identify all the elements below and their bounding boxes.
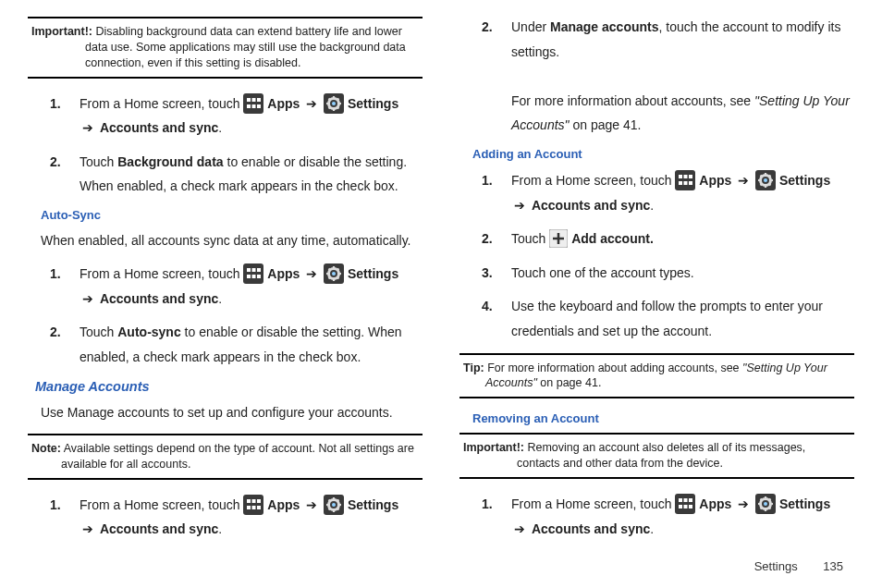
text: Touch one of the account types. <box>511 261 854 286</box>
manage-accounts-steps: 1. From a Home screen, touch Apps ➔ Sett… <box>50 493 423 542</box>
important-text: Removing an account also deletes all of … <box>517 441 805 470</box>
auto-sync-heading: Auto-Sync <box>41 208 423 222</box>
left-column: Important!: Disabling background data ca… <box>28 9 423 551</box>
text: From a Home screen, touch <box>80 96 243 111</box>
text: Under <box>511 19 550 34</box>
apps-label: Apps <box>699 496 731 511</box>
text: . <box>218 521 222 536</box>
manage-accounts-paragraph: Use Manage accounts to set up and config… <box>41 401 423 424</box>
accounts-sync-label: Accounts and sync <box>100 120 218 135</box>
plus-icon <box>549 229 568 248</box>
settings-icon <box>755 494 776 514</box>
step-number: 2. <box>482 15 511 138</box>
step-number: 1. <box>482 168 511 217</box>
important-label: Important!: <box>463 441 524 454</box>
removing-account-steps: 1. From a Home screen, touch Apps ➔ Sett… <box>482 492 854 541</box>
arrow-icon: ➔ <box>80 521 96 536</box>
accounts-sync-label: Accounts and sync <box>532 198 650 213</box>
list-item: 2. Touch Background data to enable or di… <box>50 150 423 199</box>
text: Touch <box>511 231 549 246</box>
background-data-steps: 1. From a Home screen, touch Apps ➔ Sett… <box>50 92 423 199</box>
manage-accounts-steps-cont: 2. Under Manage accounts, touch the acco… <box>482 15 854 138</box>
text: Touch <box>80 325 117 339</box>
text: Touch <box>80 154 117 169</box>
step-number: 4. <box>482 294 511 343</box>
apps-icon <box>243 93 263 114</box>
note-box: Note: Available settings depend on the t… <box>28 434 423 480</box>
settings-icon <box>324 495 344 515</box>
apps-icon <box>243 263 263 284</box>
step-number: 1. <box>50 262 80 311</box>
arrow-icon: ➔ <box>303 266 320 281</box>
tip-box: Tip: For more information about adding a… <box>459 353 854 399</box>
apps-icon <box>243 495 263 515</box>
footer-section: Settings <box>754 559 798 573</box>
tip-label: Tip: <box>463 361 484 374</box>
add-account-label: Add account. <box>571 231 654 246</box>
apps-label: Apps <box>267 497 300 512</box>
arrow-icon: ➔ <box>735 496 752 511</box>
step-number: 2. <box>50 320 80 369</box>
auto-sync-label: Auto-sync <box>117 325 180 339</box>
important-box: Important!: Disabling background data ca… <box>28 17 423 79</box>
step-number: 1. <box>482 492 511 541</box>
list-item: 1. From a Home screen, touch Apps ➔ Sett… <box>50 262 423 311</box>
arrow-icon: ➔ <box>80 291 96 306</box>
accounts-sync-label: Accounts and sync <box>532 521 650 536</box>
step-number: 1. <box>50 92 80 141</box>
apps-icon <box>675 170 695 190</box>
settings-icon <box>324 93 344 114</box>
accounts-sync-label: Accounts and sync <box>100 521 218 536</box>
note-label: Note: <box>31 442 61 455</box>
adding-account-heading: Adding an Account <box>472 147 854 161</box>
page-columns: Important!: Disabling background data ca… <box>0 0 882 551</box>
settings-label: Settings <box>779 173 830 188</box>
note-text: Available settings depend on the type of… <box>61 442 414 471</box>
arrow-icon: ➔ <box>511 521 528 536</box>
settings-label: Settings <box>348 266 398 281</box>
tip-text-post: on page 41. <box>537 376 602 389</box>
apps-label: Apps <box>699 173 731 188</box>
step-number: 2. <box>50 150 80 199</box>
right-column: 2. Under Manage accounts, touch the acco… <box>459 9 854 551</box>
page-number: 135 <box>823 559 843 573</box>
list-item: 1. From a Home screen, touch Apps ➔ Sett… <box>482 492 854 541</box>
text: . <box>650 521 654 536</box>
arrow-icon: ➔ <box>80 120 96 135</box>
text: From a Home screen, touch <box>80 266 243 281</box>
text: From a Home screen, touch <box>80 497 243 512</box>
list-item: 1. From a Home screen, touch Apps ➔ Sett… <box>482 168 854 217</box>
accounts-sync-label: Accounts and sync <box>100 291 218 306</box>
text: on page 41. <box>570 117 642 132</box>
step-number: 1. <box>50 493 80 542</box>
list-item: 2. Under Manage accounts, touch the acco… <box>482 15 854 138</box>
list-item: 3. Touch one of the account types. <box>482 261 854 286</box>
list-item: 2. Touch Auto-sync to enable or disable … <box>50 320 423 369</box>
arrow-icon: ➔ <box>303 497 320 512</box>
list-item: 1. From a Home screen, touch Apps ➔ Sett… <box>50 92 423 141</box>
important-text: Disabling background data can extend bat… <box>85 25 406 69</box>
text: . <box>650 198 654 213</box>
auto-sync-steps: 1. From a Home screen, touch Apps ➔ Sett… <box>50 262 423 369</box>
apps-label: Apps <box>267 96 300 111</box>
removing-account-heading: Removing an Account <box>472 411 854 425</box>
settings-label: Settings <box>348 497 398 512</box>
page-footer: Settings 135 <box>754 559 843 573</box>
text: From a Home screen, touch <box>511 496 675 511</box>
apps-icon <box>675 494 695 514</box>
list-item: 2. Touch Add account. <box>482 227 854 251</box>
background-data-label: Background data <box>117 154 223 169</box>
settings-label: Settings <box>348 96 398 111</box>
text: . <box>218 291 222 306</box>
settings-icon <box>324 263 344 284</box>
text: For more information about accounts, see <box>511 93 754 108</box>
apps-label: Apps <box>267 266 300 281</box>
tip-text-pre: For more information about adding accoun… <box>487 361 742 374</box>
arrow-icon: ➔ <box>511 198 528 213</box>
important-box: Important!: Removing an account also del… <box>459 433 854 479</box>
step-number: 2. <box>482 227 511 251</box>
auto-sync-paragraph: When enabled, all accounts sync data at … <box>41 229 423 252</box>
manage-accounts-label: Manage accounts <box>550 19 658 34</box>
step-number: 3. <box>482 261 511 286</box>
text: Use the keyboard and follow the prompts … <box>511 294 854 343</box>
